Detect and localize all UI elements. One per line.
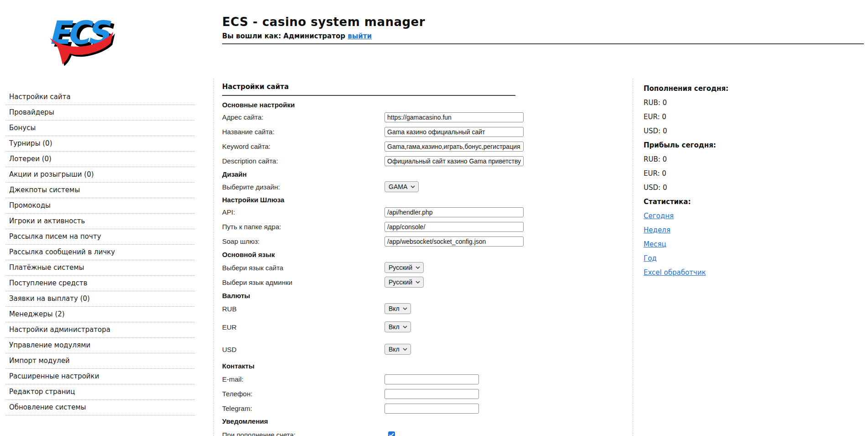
deposits-eur-value: 0: [662, 113, 666, 121]
group-heading-gateway: Настройки Шлюза: [222, 196, 524, 204]
chevron-down-icon: [403, 348, 407, 351]
sidebar-item-page-editor[interactable]: Редактор страниц: [5, 384, 195, 400]
usd-toggle-select[interactable]: Вкл: [385, 344, 411, 355]
group-heading-contacts: Контакты: [222, 362, 524, 370]
site-name-input[interactable]: [385, 127, 524, 137]
description-label: Description сайта:: [222, 157, 385, 165]
stats-link-excel-processor[interactable]: Excel обработчик: [644, 268, 706, 277]
admin-language-label: Выбери язык админки: [222, 278, 385, 286]
header-divider: [222, 43, 864, 44]
sidebar-item-admin-settings[interactable]: Настройки администратора: [5, 322, 195, 338]
form-row-keywords: Keyword сайта:: [222, 141, 524, 152]
sidebar-item-providers[interactable]: Провайдеры: [5, 105, 195, 121]
stats-panel: Пополнения сегодня: RUB: 0 EUR: 0 USD: 0…: [633, 79, 829, 436]
statistics-heading: Статистика:: [644, 198, 829, 206]
sidebar-item-payment-systems[interactable]: Платёжные системы: [5, 260, 195, 276]
form-row-site-name: Название сайта:: [222, 126, 524, 137]
ecs-logo-icon: ECS ECS: [46, 10, 115, 66]
sidebar-item-players-activity[interactable]: Игроки и активность: [5, 214, 195, 229]
form-row-usd: USD Вкл: [222, 344, 524, 355]
form-row-admin-language: Выбери язык админки Русский: [222, 277, 524, 288]
form-row-eur: EUR Вкл: [222, 321, 524, 332]
group-heading-general: Основные настройки: [222, 101, 524, 109]
deposits-today-heading: Пополнения сегодня:: [644, 85, 829, 93]
sidebar-item-module-management[interactable]: Управление модулями: [5, 338, 195, 353]
chevron-down-icon: [403, 326, 407, 328]
deposits-eur: EUR: 0: [644, 113, 829, 121]
email-label: E-mail:: [222, 375, 385, 383]
stats-link-month[interactable]: Месяц: [644, 240, 666, 248]
stats-link-week[interactable]: Неделя: [644, 226, 670, 234]
page-title: ECS - casino system manager: [222, 15, 864, 29]
api-input[interactable]: [385, 207, 524, 217]
deposit-notification-checkbox[interactable]: [388, 431, 395, 436]
sidebar-item-module-import[interactable]: Импорт модулей: [5, 353, 195, 369]
sidebar-item-bonuses[interactable]: Бонусы: [5, 121, 195, 136]
group-heading-notifications: Уведомления: [222, 417, 524, 425]
soap-input[interactable]: [385, 236, 524, 247]
form-row-site-url: Адрес сайта:: [222, 112, 524, 122]
profit-rub: RUB: 0: [644, 156, 829, 163]
deposits-usd: USD: 0: [644, 127, 829, 135]
sidebar-item-private-messages[interactable]: Рассылка сообщений в личку: [5, 245, 195, 260]
chevron-down-icon: [416, 266, 420, 269]
admin-language-select[interactable]: Русский: [385, 277, 424, 288]
form-row-description: Description сайта:: [222, 156, 524, 166]
form-row-rub: RUB Вкл: [222, 303, 524, 314]
sidebar-item-promotions[interactable]: Акции и розыгрыши (0): [5, 167, 195, 183]
sidebar-item-jackpots[interactable]: Джекпоты системы: [5, 183, 195, 198]
phone-input[interactable]: [385, 389, 479, 399]
check-icon: [389, 433, 394, 436]
chevron-down-icon: [403, 307, 407, 310]
deposit-notification-label: При пополнение счета:: [222, 431, 385, 436]
api-label: API:: [222, 208, 385, 216]
login-status: Вы вошли как: Администратор выйти: [222, 32, 864, 40]
logout-link[interactable]: выйти: [348, 32, 372, 40]
stats-link-year[interactable]: Год: [644, 254, 657, 263]
logged-in-as-label: Вы вошли как: Администратор: [222, 32, 345, 40]
group-heading-language: Основной язык: [222, 251, 524, 258]
eur-toggle-select[interactable]: Вкл: [385, 321, 411, 332]
telegram-input[interactable]: [385, 404, 479, 414]
rub-label: RUB: [222, 305, 385, 313]
sidebar-item-advanced-settings[interactable]: Расширенные настройки: [5, 369, 195, 384]
sidebar-item-payout-requests[interactable]: Заявки на выплату (0): [5, 291, 195, 307]
rub-toggle-select[interactable]: Вкл: [385, 303, 411, 314]
sidebar-item-incoming-funds[interactable]: Поступление средств: [5, 276, 195, 291]
form-row-site-language: Выбери язык сайта Русский: [222, 262, 524, 273]
usd-label: USD: [222, 346, 385, 353]
profit-rub-value: 0: [663, 155, 667, 163]
stats-link-today[interactable]: Сегодня: [644, 212, 674, 220]
sidebar-item-site-settings[interactable]: Настройки сайта: [5, 89, 195, 105]
site-url-input[interactable]: [385, 112, 524, 122]
deposits-usd-value: 0: [663, 127, 667, 135]
deposits-rub: RUB: 0: [644, 99, 829, 107]
telegram-label: Telegram:: [222, 404, 385, 412]
site-language-select[interactable]: Русский: [385, 262, 424, 273]
keywords-input[interactable]: [385, 142, 524, 152]
sidebar-item-lotteries[interactable]: Лотереи (0): [5, 152, 195, 167]
sidebar-item-tournaments[interactable]: Турниры (0): [5, 136, 195, 152]
eur-label: EUR: [222, 323, 385, 331]
site-settings-panel: Настройки сайта Основные настройки Адрес…: [213, 79, 524, 436]
site-url-label: Адрес сайта:: [222, 113, 385, 121]
form-row-design: Выберите дизайн: GAMA: [222, 181, 524, 192]
email-input[interactable]: [385, 374, 479, 384]
phone-label: Телефон:: [222, 390, 385, 398]
sidebar-item-promocodes[interactable]: Промокоды: [5, 198, 195, 214]
sidebar-item-email-mailing[interactable]: Рассылка писем на почту: [5, 229, 195, 245]
core-path-input[interactable]: [385, 222, 524, 232]
design-label: Выберите дизайн:: [222, 183, 385, 191]
design-select[interactable]: GAMA: [385, 181, 419, 192]
form-row-telegram: Telegram:: [222, 403, 524, 414]
form-row-deposit-notification: При пополнение счета:: [222, 430, 524, 436]
group-heading-design: Дизайн: [222, 170, 524, 178]
form-row-email: E-mail:: [222, 374, 524, 384]
form-row-core-path: Путь к папке ядра:: [222, 221, 524, 232]
sidebar-item-managers[interactable]: Менеджеры (2): [5, 307, 195, 322]
site-name-label: Название сайта:: [222, 128, 385, 136]
description-input[interactable]: [385, 156, 524, 166]
sidebar-item-system-update[interactable]: Обновление системы: [5, 400, 195, 415]
form-row-phone: Телефон:: [222, 389, 524, 399]
deposits-rub-value: 0: [663, 99, 667, 107]
